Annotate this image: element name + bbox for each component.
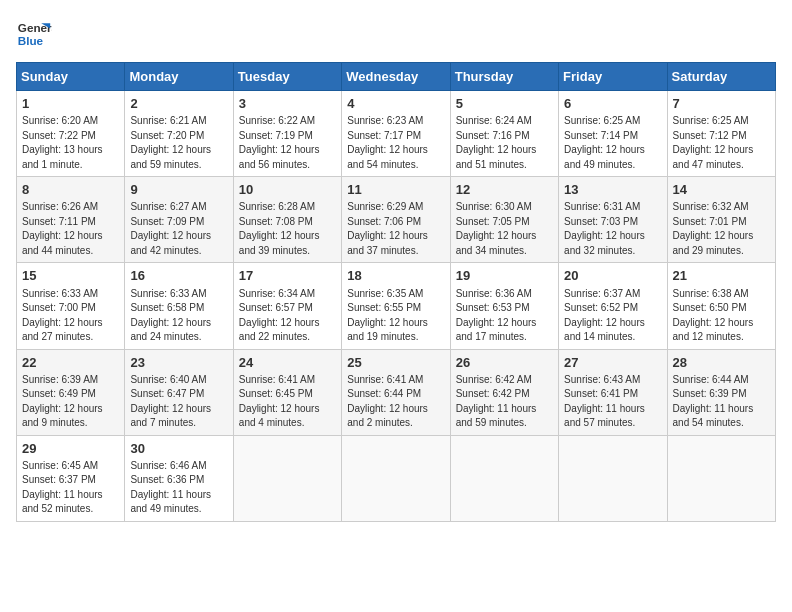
day-number: 4 — [347, 95, 444, 113]
day-info: Sunrise: 6:40 AM Sunset: 6:47 PM Dayligh… — [130, 373, 227, 431]
day-info: Sunrise: 6:32 AM Sunset: 7:01 PM Dayligh… — [673, 200, 770, 258]
week-row-5: 29Sunrise: 6:45 AM Sunset: 6:37 PM Dayli… — [17, 435, 776, 521]
day-info: Sunrise: 6:46 AM Sunset: 6:36 PM Dayligh… — [130, 459, 227, 517]
day-number: 19 — [456, 267, 553, 285]
column-header-friday: Friday — [559, 63, 667, 91]
day-number: 18 — [347, 267, 444, 285]
calendar-cell: 2Sunrise: 6:21 AM Sunset: 7:20 PM Daylig… — [125, 91, 233, 177]
calendar-cell — [233, 435, 341, 521]
day-info: Sunrise: 6:26 AM Sunset: 7:11 PM Dayligh… — [22, 200, 119, 258]
day-info: Sunrise: 6:42 AM Sunset: 6:42 PM Dayligh… — [456, 373, 553, 431]
day-number: 8 — [22, 181, 119, 199]
day-info: Sunrise: 6:28 AM Sunset: 7:08 PM Dayligh… — [239, 200, 336, 258]
day-number: 27 — [564, 354, 661, 372]
column-header-wednesday: Wednesday — [342, 63, 450, 91]
calendar-cell: 15Sunrise: 6:33 AM Sunset: 7:00 PM Dayli… — [17, 263, 125, 349]
day-number: 22 — [22, 354, 119, 372]
day-number: 28 — [673, 354, 770, 372]
day-number: 24 — [239, 354, 336, 372]
day-info: Sunrise: 6:23 AM Sunset: 7:17 PM Dayligh… — [347, 114, 444, 172]
day-info: Sunrise: 6:21 AM Sunset: 7:20 PM Dayligh… — [130, 114, 227, 172]
day-info: Sunrise: 6:25 AM Sunset: 7:14 PM Dayligh… — [564, 114, 661, 172]
calendar-cell: 21Sunrise: 6:38 AM Sunset: 6:50 PM Dayli… — [667, 263, 775, 349]
day-info: Sunrise: 6:24 AM Sunset: 7:16 PM Dayligh… — [456, 114, 553, 172]
day-number: 23 — [130, 354, 227, 372]
day-number: 15 — [22, 267, 119, 285]
day-info: Sunrise: 6:31 AM Sunset: 7:03 PM Dayligh… — [564, 200, 661, 258]
day-number: 21 — [673, 267, 770, 285]
day-info: Sunrise: 6:29 AM Sunset: 7:06 PM Dayligh… — [347, 200, 444, 258]
day-number: 2 — [130, 95, 227, 113]
week-row-4: 22Sunrise: 6:39 AM Sunset: 6:49 PM Dayli… — [17, 349, 776, 435]
calendar-cell: 1Sunrise: 6:20 AM Sunset: 7:22 PM Daylig… — [17, 91, 125, 177]
day-number: 5 — [456, 95, 553, 113]
day-info: Sunrise: 6:22 AM Sunset: 7:19 PM Dayligh… — [239, 114, 336, 172]
calendar-header-row: SundayMondayTuesdayWednesdayThursdayFrid… — [17, 63, 776, 91]
day-number: 7 — [673, 95, 770, 113]
calendar-cell: 20Sunrise: 6:37 AM Sunset: 6:52 PM Dayli… — [559, 263, 667, 349]
calendar-cell — [667, 435, 775, 521]
day-number: 26 — [456, 354, 553, 372]
header: General Blue — [16, 16, 776, 52]
day-number: 1 — [22, 95, 119, 113]
calendar-cell: 30Sunrise: 6:46 AM Sunset: 6:36 PM Dayli… — [125, 435, 233, 521]
day-number: 12 — [456, 181, 553, 199]
calendar-cell: 6Sunrise: 6:25 AM Sunset: 7:14 PM Daylig… — [559, 91, 667, 177]
day-number: 10 — [239, 181, 336, 199]
day-info: Sunrise: 6:27 AM Sunset: 7:09 PM Dayligh… — [130, 200, 227, 258]
calendar-cell: 16Sunrise: 6:33 AM Sunset: 6:58 PM Dayli… — [125, 263, 233, 349]
day-info: Sunrise: 6:38 AM Sunset: 6:50 PM Dayligh… — [673, 287, 770, 345]
day-number: 25 — [347, 354, 444, 372]
calendar-cell: 29Sunrise: 6:45 AM Sunset: 6:37 PM Dayli… — [17, 435, 125, 521]
column-header-saturday: Saturday — [667, 63, 775, 91]
week-row-3: 15Sunrise: 6:33 AM Sunset: 7:00 PM Dayli… — [17, 263, 776, 349]
day-info: Sunrise: 6:44 AM Sunset: 6:39 PM Dayligh… — [673, 373, 770, 431]
calendar-cell: 19Sunrise: 6:36 AM Sunset: 6:53 PM Dayli… — [450, 263, 558, 349]
calendar-cell: 24Sunrise: 6:41 AM Sunset: 6:45 PM Dayli… — [233, 349, 341, 435]
calendar-cell: 25Sunrise: 6:41 AM Sunset: 6:44 PM Dayli… — [342, 349, 450, 435]
calendar-table: SundayMondayTuesdayWednesdayThursdayFrid… — [16, 62, 776, 522]
calendar-cell: 26Sunrise: 6:42 AM Sunset: 6:42 PM Dayli… — [450, 349, 558, 435]
calendar-cell: 22Sunrise: 6:39 AM Sunset: 6:49 PM Dayli… — [17, 349, 125, 435]
day-number: 9 — [130, 181, 227, 199]
week-row-2: 8Sunrise: 6:26 AM Sunset: 7:11 PM Daylig… — [17, 177, 776, 263]
day-number: 17 — [239, 267, 336, 285]
calendar-cell — [450, 435, 558, 521]
day-number: 13 — [564, 181, 661, 199]
week-row-1: 1Sunrise: 6:20 AM Sunset: 7:22 PM Daylig… — [17, 91, 776, 177]
calendar-cell: 27Sunrise: 6:43 AM Sunset: 6:41 PM Dayli… — [559, 349, 667, 435]
day-info: Sunrise: 6:34 AM Sunset: 6:57 PM Dayligh… — [239, 287, 336, 345]
calendar-cell: 8Sunrise: 6:26 AM Sunset: 7:11 PM Daylig… — [17, 177, 125, 263]
day-number: 11 — [347, 181, 444, 199]
calendar-cell: 7Sunrise: 6:25 AM Sunset: 7:12 PM Daylig… — [667, 91, 775, 177]
day-number: 3 — [239, 95, 336, 113]
day-number: 16 — [130, 267, 227, 285]
day-number: 6 — [564, 95, 661, 113]
calendar-cell: 23Sunrise: 6:40 AM Sunset: 6:47 PM Dayli… — [125, 349, 233, 435]
column-header-thursday: Thursday — [450, 63, 558, 91]
day-info: Sunrise: 6:25 AM Sunset: 7:12 PM Dayligh… — [673, 114, 770, 172]
column-header-tuesday: Tuesday — [233, 63, 341, 91]
day-info: Sunrise: 6:36 AM Sunset: 6:53 PM Dayligh… — [456, 287, 553, 345]
calendar-cell — [559, 435, 667, 521]
svg-text:General: General — [18, 21, 52, 34]
calendar-cell: 3Sunrise: 6:22 AM Sunset: 7:19 PM Daylig… — [233, 91, 341, 177]
day-number: 29 — [22, 440, 119, 458]
calendar-cell: 28Sunrise: 6:44 AM Sunset: 6:39 PM Dayli… — [667, 349, 775, 435]
day-info: Sunrise: 6:33 AM Sunset: 6:58 PM Dayligh… — [130, 287, 227, 345]
calendar-cell — [342, 435, 450, 521]
day-number: 20 — [564, 267, 661, 285]
day-info: Sunrise: 6:30 AM Sunset: 7:05 PM Dayligh… — [456, 200, 553, 258]
calendar-cell: 18Sunrise: 6:35 AM Sunset: 6:55 PM Dayli… — [342, 263, 450, 349]
svg-text:Blue: Blue — [18, 34, 44, 47]
day-info: Sunrise: 6:20 AM Sunset: 7:22 PM Dayligh… — [22, 114, 119, 172]
calendar-cell: 5Sunrise: 6:24 AM Sunset: 7:16 PM Daylig… — [450, 91, 558, 177]
calendar-cell: 13Sunrise: 6:31 AM Sunset: 7:03 PM Dayli… — [559, 177, 667, 263]
day-number: 30 — [130, 440, 227, 458]
calendar-cell: 12Sunrise: 6:30 AM Sunset: 7:05 PM Dayli… — [450, 177, 558, 263]
day-info: Sunrise: 6:43 AM Sunset: 6:41 PM Dayligh… — [564, 373, 661, 431]
column-header-monday: Monday — [125, 63, 233, 91]
calendar-cell: 11Sunrise: 6:29 AM Sunset: 7:06 PM Dayli… — [342, 177, 450, 263]
calendar-cell: 4Sunrise: 6:23 AM Sunset: 7:17 PM Daylig… — [342, 91, 450, 177]
day-info: Sunrise: 6:41 AM Sunset: 6:45 PM Dayligh… — [239, 373, 336, 431]
